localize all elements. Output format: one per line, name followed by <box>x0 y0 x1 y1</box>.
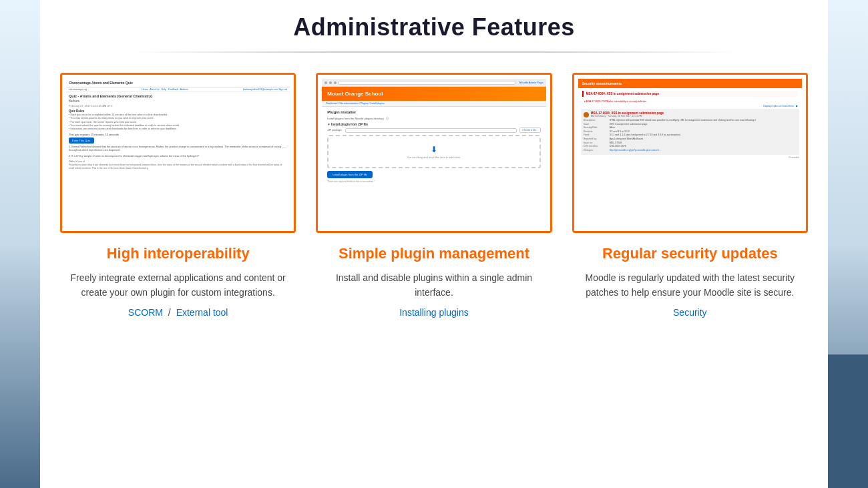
plugin-install-button[interactable]: Install plugin from the ZIP file <box>327 171 373 178</box>
sec-post-block: MSA-17-0004: XSS in assignment submissio… <box>581 109 799 155</box>
sec-post-header: MSA-17-0004: XSS in assignment submissio… <box>584 111 797 117</box>
external-tool-link[interactable]: External tool <box>176 307 228 318</box>
browser-dot-3 <box>334 81 337 84</box>
card-links-security: Security <box>673 307 707 318</box>
screenshot-security: Security announcements MSA-17-0004: XSS … <box>572 73 808 233</box>
screenshot-plugin: Moodle Admin Page Mount Orange School Da… <box>316 73 552 233</box>
quiz-header: Chemvantage Atoms and Elements Quiz <box>66 79 290 87</box>
title-divider <box>130 51 738 53</box>
plugin-title-text: Plugin installer <box>327 110 540 114</box>
sec-header-title: Security announcements <box>582 81 798 85</box>
right-sidebar-decoration <box>828 0 868 488</box>
browser-url-bar <box>339 81 515 85</box>
feature-card-interoperability: Chemvantage Atoms and Elements Quiz chem… <box>60 73 296 318</box>
upload-area-text: You can drag and drop files here to add … <box>407 156 461 159</box>
installing-plugins-link[interactable]: Installing plugins <box>399 307 469 318</box>
card-description-interoperability: Freely integrate external applications a… <box>60 270 296 300</box>
feature-card-plugin: Moodle Admin Page Mount Orange School Da… <box>316 73 552 318</box>
feature-card-security: Security announcements MSA-17-0004: XSS … <box>572 73 808 318</box>
plugin-school-name: Mount Orange School <box>327 91 540 97</box>
card-description-plugin: Install and disable plugins within a sin… <box>316 270 552 300</box>
sec-announce-title: MSA-17-0004: XSS in assignment submissio… <box>586 92 795 95</box>
plugin-upload-area[interactable]: ⬇ You can drag and drop files here to ad… <box>327 135 540 168</box>
sec-post-author: Marina Glancy Tuesday, 28 Feb 2017, 12:1… <box>591 115 797 117</box>
sec-avatar <box>584 112 589 117</box>
browser-dot-2 <box>329 81 332 84</box>
link-separator: / <box>166 307 174 318</box>
card-title-plugin: Simple plugin management <box>339 245 529 262</box>
screenshot-interoperability: Chemvantage Atoms and Elements Quiz chem… <box>60 73 296 233</box>
sec-post-meta: MSA-17-0004: XSS in assignment submissio… <box>591 111 797 117</box>
plugin-header: Mount Orange School <box>322 87 546 101</box>
plugin-desc: Install plugins from the Moodle plugins … <box>327 117 540 120</box>
card-title-interoperability: High interoperability <box>107 245 250 262</box>
cards-container: Chemvantage Atoms and Elements Quiz chem… <box>53 73 815 318</box>
browser-dot-1 <box>324 81 327 84</box>
security-link[interactable]: Security <box>673 307 707 318</box>
card-links-interoperability: SCORM / External tool <box>128 307 228 318</box>
left-sidebar-decoration <box>0 0 40 488</box>
plugin-breadcrumb: Dashboard / Site administration / Plugin… <box>322 101 546 107</box>
security-screenshot-content: Security announcements MSA-17-0004: XSS … <box>574 75 806 231</box>
plugin-screenshot-content: Moodle Admin Page Mount Orange School Da… <box>318 75 550 231</box>
plugin-content: Plugin installer Install plugins from th… <box>322 107 546 186</box>
plugin-browser-topbar: Moodle Admin Page <box>322 79 546 87</box>
main-content: Administrative Features Chemvantage Atom… <box>40 0 828 318</box>
card-title-security: Regular security updates <box>602 245 778 262</box>
upload-icon: ⬇ <box>431 145 437 154</box>
scorm-link[interactable]: SCORM <box>128 307 163 318</box>
quiz-screenshot-content: Chemvantage Atoms and Elements Quiz chem… <box>62 75 294 231</box>
card-links-plugin: Installing plugins <box>399 307 469 318</box>
sec-announcement-primary: MSA-17-0004: XSS in assignment submissio… <box>582 91 798 97</box>
sec-details: Description: HTML injection with potenti… <box>584 119 797 152</box>
sec-display-right: Display replies in nested form ▶ <box>578 105 802 107</box>
sec-header: Security announcements <box>578 79 802 88</box>
card-description-security: Moodle is regularly updated with the lat… <box>572 270 808 300</box>
page-title: Administrative Features <box>53 0 815 48</box>
plugin-form-note: There are required fields in this form m… <box>327 180 540 183</box>
